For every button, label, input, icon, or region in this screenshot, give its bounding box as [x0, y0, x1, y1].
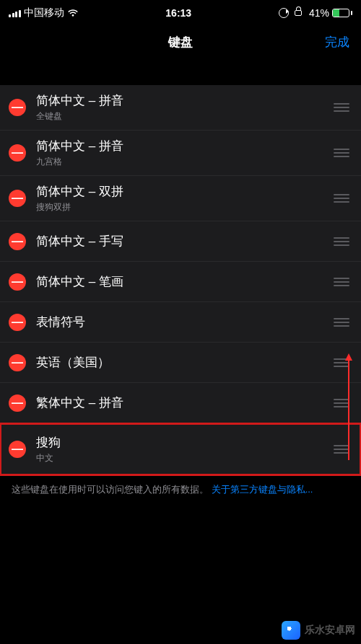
lock-icon: [295, 10, 302, 16]
reorder-handle-icon[interactable]: [334, 194, 349, 203]
list-footer: 这些键盘在使用时可以访问您键入的所有数据。 关于第三方键盘与隐私...: [0, 475, 361, 504]
delete-button[interactable]: —: [9, 314, 26, 331]
keyboard-title: 繁体中文 – 拼音: [36, 394, 334, 411]
keyboard-row[interactable]: —简体中文 – 笔画: [0, 262, 361, 302]
battery-pct: 41%: [309, 7, 329, 19]
watermark-text: 乐水安卓网: [305, 624, 355, 637]
reorder-handle-icon[interactable]: [334, 318, 349, 327]
delete-button[interactable]: —: [9, 99, 26, 116]
keyboard-subtitle: 九宫格: [36, 156, 334, 168]
carrier-label: 中国移动: [24, 6, 64, 19]
delete-button[interactable]: —: [9, 394, 26, 412]
delete-button[interactable]: —: [9, 441, 26, 458]
keyboard-row[interactable]: —表情符号: [0, 302, 361, 343]
keyboard-title: 简体中文 – 拼音: [36, 138, 334, 154]
keyboard-title: 简体中文 – 拼音: [36, 92, 334, 109]
watermark-logo-icon: [282, 621, 300, 640]
row-text: 简体中文 – 手写: [36, 233, 334, 250]
row-text: 简体中文 – 拼音全键盘: [36, 92, 334, 123]
row-text: 繁体中文 – 拼音: [36, 394, 334, 411]
keyboard-row[interactable]: —搜狗中文: [0, 423, 361, 475]
watermark: 乐水安卓网: [282, 621, 355, 640]
delete-button[interactable]: —: [9, 190, 26, 207]
page-title: 键盘: [168, 34, 193, 50]
keyboard-row[interactable]: —简体中文 – 双拼搜狗双拼: [0, 176, 361, 221]
battery-icon: [332, 9, 352, 17]
privacy-link[interactable]: 关于第三方键盘与隐私...: [212, 484, 313, 495]
wifi-icon: [67, 9, 79, 17]
reorder-handle-icon[interactable]: [334, 237, 349, 246]
reorder-handle-icon[interactable]: [334, 399, 349, 407]
footer-text: 这些键盘在使用时可以访问您键入的所有数据。: [12, 484, 209, 495]
row-text: 简体中文 – 笔画: [36, 273, 334, 290]
keyboard-title: 简体中文 – 双拼: [36, 183, 334, 200]
rotation-lock-icon: [279, 8, 289, 18]
row-text: 简体中文 – 双拼搜狗双拼: [36, 183, 334, 213]
delete-button[interactable]: —: [9, 354, 26, 371]
keyboard-row[interactable]: —简体中文 – 拼音九宫格: [0, 131, 361, 176]
row-text: 表情符号: [36, 314, 334, 330]
keyboard-title: 英语（美国）: [36, 354, 334, 371]
signal-icon: [9, 9, 21, 17]
delete-button[interactable]: —: [9, 273, 26, 291]
keyboard-subtitle: 中文: [36, 452, 334, 464]
annotation-arrow: [348, 359, 349, 460]
reorder-handle-icon[interactable]: [334, 149, 349, 157]
row-text: 简体中文 – 拼音九宫格: [36, 138, 334, 168]
reorder-handle-icon[interactable]: [334, 445, 349, 454]
status-left: 中国移动: [9, 6, 79, 19]
keyboard-row[interactable]: —繁体中文 – 拼音: [0, 383, 361, 423]
keyboard-title: 简体中文 – 笔画: [36, 273, 334, 290]
keyboard-title: 表情符号: [36, 314, 334, 330]
row-text: 英语（美国）: [36, 354, 334, 371]
delete-button[interactable]: —: [9, 233, 26, 250]
status-right: 41%: [279, 7, 352, 19]
keyboard-subtitle: 搜狗双拼: [36, 201, 334, 213]
reorder-handle-icon[interactable]: [334, 103, 349, 112]
keyboard-title: 搜狗: [36, 434, 334, 451]
done-button[interactable]: 完成: [325, 26, 349, 58]
status-time: 16:13: [165, 7, 191, 19]
status-bar: 中国移动 16:13 41%: [0, 0, 361, 26]
reorder-handle-icon[interactable]: [334, 278, 349, 286]
keyboard-title: 简体中文 – 手写: [36, 233, 334, 250]
keyboard-list: —简体中文 – 拼音全键盘—简体中文 – 拼音九宫格—简体中文 – 双拼搜狗双拼…: [0, 85, 361, 475]
keyboard-subtitle: 全键盘: [36, 110, 334, 123]
keyboard-row[interactable]: —简体中文 – 手写: [0, 221, 361, 262]
delete-button[interactable]: —: [9, 144, 26, 162]
keyboard-row[interactable]: —英语（美国）: [0, 343, 361, 383]
row-text: 搜狗中文: [36, 434, 334, 464]
nav-bar: 键盘 完成: [0, 26, 361, 58]
keyboard-row[interactable]: —简体中文 – 拼音全键盘: [0, 85, 361, 131]
